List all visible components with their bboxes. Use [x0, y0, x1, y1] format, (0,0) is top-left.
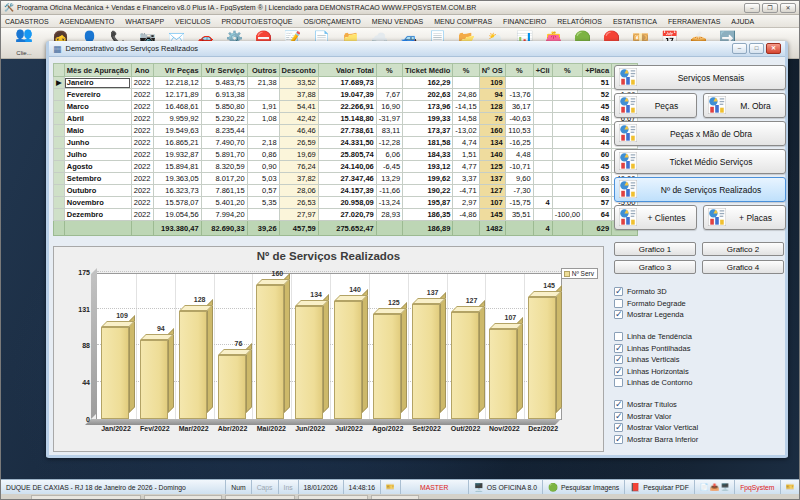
child-minimize-button[interactable]: –: [732, 43, 747, 54]
table-row[interactable]: Julho202219.932,875.891,700,8619,6925.80…: [54, 149, 638, 161]
checkbox-box[interactable]: [614, 344, 623, 353]
view-button-m-obra[interactable]: M. Obra: [703, 93, 786, 118]
checkbox-mostrar-valor[interactable]: Mostrar Valor: [614, 412, 786, 421]
col-header[interactable]: Ano: [131, 64, 153, 77]
menu-item-cadastros[interactable]: CADASTROS: [5, 18, 49, 25]
checkbox-box[interactable]: [614, 310, 623, 319]
checkbox-mostrar-t-tulos[interactable]: Mostrar Títulos: [614, 400, 786, 409]
col-header[interactable]: %: [376, 64, 402, 77]
child-titlebar[interactable]: ▦ Demonstrativo dos Serviços Realizados …: [49, 41, 785, 57]
checkbox-linha-de-tend-ncia[interactable]: Linha de Tendência: [614, 332, 786, 341]
table-cell: [552, 197, 582, 209]
checkbox-box[interactable]: [614, 400, 623, 409]
menu-item-estatistica[interactable]: ESTATISTICA: [613, 18, 657, 25]
button-grafico-3[interactable]: Grafico 3: [614, 260, 696, 274]
checkbox-box[interactable]: [614, 299, 623, 308]
table-row[interactable]: Abril20229.959,925.230,221,0842,4215.148…: [54, 113, 638, 125]
checkbox-linhas-horizontais[interactable]: Linhas Horizontais: [614, 367, 786, 376]
view-button--placas[interactable]: + Placas: [703, 205, 786, 230]
close-button[interactable]: ✕: [780, 3, 796, 13]
menu-item-veiculos[interactable]: VEICULOS: [175, 18, 210, 25]
view-button--clientes[interactable]: + Clientes: [614, 205, 697, 230]
checkbox-linhas-de-contorno[interactable]: Linhas de Contorno: [614, 378, 786, 387]
button-grafico-2[interactable]: Grafico 2: [702, 242, 784, 256]
table-row[interactable]: Agosto202215.894,818.320,590,9076,2424.1…: [54, 161, 638, 173]
menu-item-financeiro[interactable]: FINANCEIRO: [503, 18, 546, 25]
bar-Nov/2022: [489, 329, 517, 419]
menu-item-relat-rios[interactable]: RELATÓRIOS: [557, 18, 602, 25]
view-button-pe-as-x-m-o-de-obra[interactable]: Peças x Mão de Obra: [614, 121, 786, 146]
col-header[interactable]: %: [552, 64, 582, 77]
view-button-pe-as[interactable]: Peças: [614, 93, 697, 118]
table-cell: 37,82: [279, 173, 318, 185]
checkbox-linhas-verticais[interactable]: Linhas Verticais: [614, 355, 786, 364]
table-cell: 199,33: [403, 113, 453, 125]
col-header[interactable]: Nº OS: [479, 64, 505, 77]
table-cell: 5.891,70: [201, 149, 247, 161]
checkbox-linhas-pontilhadas[interactable]: Linhas Pontilhadas: [614, 344, 786, 353]
checkbox-box[interactable]: [614, 423, 623, 432]
table-cell: 15.148,80: [318, 113, 376, 125]
table-cell: [552, 149, 582, 161]
checkbox-box[interactable]: [614, 435, 623, 444]
col-header[interactable]: +Placa: [583, 64, 612, 77]
col-header[interactable]: Vlr Serviço: [201, 64, 247, 77]
toolbar-clientes-icon[interactable]: 👥Clie...: [2, 29, 46, 58]
checkbox-box[interactable]: [614, 412, 623, 421]
table-row[interactable]: Maio202219.549,638.235,4446,4627.738,618…: [54, 125, 638, 137]
table-row[interactable]: Novembro202215.578,075.401,205,3526,5320…: [54, 197, 638, 209]
table-cell: -14,15: [453, 101, 479, 113]
table-row[interactable]: Outubro202216.323,737.861,150,5728,0624.…: [54, 185, 638, 197]
button-grafico-4[interactable]: Grafico 4: [702, 260, 784, 274]
checkbox-box[interactable]: [614, 287, 623, 296]
restore-button[interactable]: ❐: [762, 3, 778, 13]
checkbox-label: Linhas Horizontais: [627, 367, 689, 376]
checkbox-box[interactable]: [614, 332, 623, 341]
table-row[interactable]: Marco202216.468,615.850,801,9154,4122.26…: [54, 101, 638, 113]
minimize-button[interactable]: –: [744, 3, 760, 13]
col-header[interactable]: +Cli: [533, 64, 552, 77]
view-button-n-de-servi-os-realizados[interactable]: Nº de Serviços Realizados: [614, 177, 786, 202]
table-row[interactable]: Setembro202219.363,058.017,205,0337,8227…: [54, 173, 638, 185]
services-table-wrap: Mês de ApuraçãoAnoVlr PeçasVlr ServiçoOu…: [53, 63, 638, 236]
menu-item-os-or-amento[interactable]: OS/ORÇAMENTO: [303, 18, 360, 25]
bar-Dez/2022: [528, 297, 556, 419]
search-images-button[interactable]: 🟢Pesquisar Imagens: [543, 480, 625, 494]
bar-value-label: 160: [262, 270, 292, 277]
button-grafico-1[interactable]: Grafico 1: [614, 242, 696, 256]
app-title: Programa Oficina Mecânica + Vendas e Fin…: [17, 4, 742, 11]
view-button-servi-os-mensais[interactable]: Serviços Mensais: [614, 65, 786, 90]
table-row[interactable]: ▶Janeiro202212.218,125.483,7521,3833,521…: [54, 77, 638, 89]
checkbox-box[interactable]: [614, 367, 623, 376]
col-header[interactable]: Mês de Apuração: [64, 64, 131, 77]
menu-item-ajuda[interactable]: AJUDA: [731, 18, 754, 25]
menu-item-menu-vendas[interactable]: MENU VENDAS: [372, 18, 423, 25]
menu-item-agendamento[interactable]: AGENDAMENTO: [60, 18, 115, 25]
checkbox-mostrar-valor-vertical[interactable]: Mostrar Valor Vertical: [614, 423, 786, 432]
menu-item-produto-estoque[interactable]: PRODUTO/ESTOQUE: [221, 18, 292, 25]
col-header[interactable]: Valor Total: [318, 64, 376, 77]
table-row[interactable]: Junho202216.865,217.490,702,1826,5924.33…: [54, 137, 638, 149]
col-header[interactable]: Vlr Peças: [153, 64, 201, 77]
col-header[interactable]: Outros: [247, 64, 279, 77]
child-maximize-button[interactable]: □: [749, 43, 764, 54]
menu-item-ferramentas[interactable]: FERRAMENTAS: [668, 18, 720, 25]
menu-item-menu-compras[interactable]: MENU COMPRAS: [434, 18, 492, 25]
checkbox-formato-3d[interactable]: Formato 3D: [614, 287, 786, 296]
menu-item-whatsapp[interactable]: WHATSAPP: [125, 18, 164, 25]
table-row[interactable]: Fevereiro202212.171,896.913,3837,8819.04…: [54, 89, 638, 101]
checkbox-box[interactable]: [614, 355, 623, 364]
child-close-button[interactable]: ✕: [766, 43, 781, 54]
view-button-ticket-m-dio-servi-os[interactable]: Ticket Médio Serviços: [614, 149, 786, 174]
checkbox-mostrar-legenda[interactable]: Mostrar Legenda: [614, 310, 786, 319]
col-header[interactable]: Ticket Médio: [403, 64, 453, 77]
col-header[interactable]: Desconto: [279, 64, 318, 77]
checkbox-formato-degrade[interactable]: Formato Degrade: [614, 299, 786, 308]
col-header[interactable]: %: [453, 64, 479, 77]
table-cell: 2022: [131, 185, 153, 197]
search-pdf-button[interactable]: 📕Pesquisar PDF: [625, 480, 695, 494]
checkbox-box[interactable]: [614, 378, 623, 387]
col-header[interactable]: %: [505, 64, 533, 77]
checkbox-mostrar-barra-inferior[interactable]: Mostrar Barra Inferior: [614, 435, 786, 444]
table-row[interactable]: Dezembro202219.054,567.994,2027,9727.020…: [54, 209, 638, 221]
